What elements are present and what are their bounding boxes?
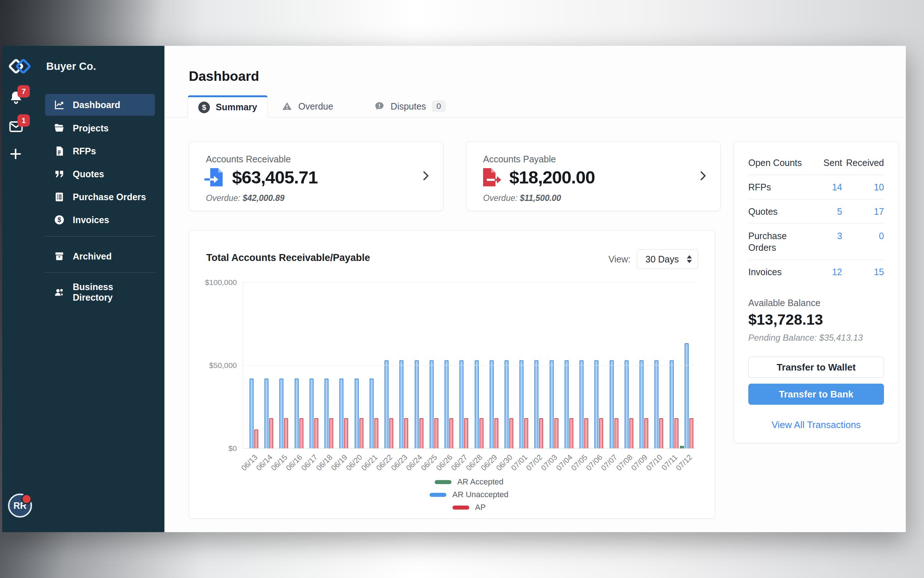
bar-group: 06/20 xyxy=(350,283,363,448)
x-axis-tick-label: 06/22 xyxy=(374,453,394,472)
dollar-circle-icon: $ xyxy=(54,214,65,225)
chevron-right-icon[interactable] xyxy=(696,169,709,182)
tab-label: Overdue xyxy=(298,101,333,112)
bar-ar-unaccepted xyxy=(340,378,343,448)
quotes-icon xyxy=(54,169,65,179)
notification-count-badge: 7 xyxy=(18,85,30,97)
bar-ap xyxy=(374,418,378,448)
bar-ap xyxy=(449,418,453,448)
sidebar-item-purchase-orders[interactable]: Purchase Orders xyxy=(45,187,155,207)
bar-group: 07/02 xyxy=(530,283,543,448)
bar-ar-unaccepted xyxy=(594,360,599,448)
messages-mail-icon[interactable]: 1 xyxy=(8,119,24,135)
available-balance-amount: $13,728.13 xyxy=(748,311,884,328)
sidebar-item-business-directory[interactable]: Business Directory xyxy=(45,282,155,302)
sidebar-item-quotes[interactable]: Quotes xyxy=(45,164,155,184)
bar-ar-unaccepted xyxy=(639,360,644,448)
bar-ar-unaccepted xyxy=(370,378,374,448)
bar-group: 07/09 xyxy=(635,283,648,448)
list-icon xyxy=(54,192,65,202)
bar-ar-unaccepted xyxy=(430,360,434,448)
invoices-received-link[interactable]: 15 xyxy=(842,266,884,278)
rfps-sent-link[interactable]: 14 xyxy=(813,181,842,193)
bar-ar-unaccepted xyxy=(519,360,523,448)
bar-ap xyxy=(524,418,528,448)
tab-overdue[interactable]: Overdue xyxy=(271,95,343,117)
bar-ar-unaccepted xyxy=(490,360,494,448)
x-axis-tick-label: 06/15 xyxy=(270,453,289,472)
x-axis-tick-label: 06/20 xyxy=(345,453,364,472)
rfps-received-link[interactable]: 10 xyxy=(842,181,884,193)
summary-dollar-icon: $ xyxy=(198,102,210,113)
line-chart-icon xyxy=(54,99,65,110)
pending-balance: Pending Balance: $35,413.13 xyxy=(748,333,884,343)
dispute-bubble-icon xyxy=(374,101,385,112)
bar-ap xyxy=(389,418,393,448)
bar-group: 07/01 xyxy=(515,283,528,448)
sidebar-item-archived[interactable]: Archived xyxy=(45,246,155,266)
bar-group: 06/19 xyxy=(335,283,348,448)
view-range-select[interactable]: 30 Days xyxy=(637,249,698,269)
tab-summary[interactable]: $ Summary xyxy=(188,95,268,118)
chart-gridline xyxy=(243,365,696,365)
x-axis-tick-label: 07/02 xyxy=(524,453,544,472)
bar-ar-unaccepted xyxy=(550,360,553,448)
sidebar-item-rfps[interactable]: RFPs xyxy=(45,141,155,161)
chart-bars: 06/1306/1406/1506/1606/1706/1806/1906/20… xyxy=(243,283,696,448)
notifications-bell-icon[interactable]: 7 xyxy=(8,89,24,106)
main-content: Dashboard $ Summary Overdue xyxy=(164,46,906,532)
bar-group: 07/05 xyxy=(575,283,588,448)
x-axis-tick-label: 07/04 xyxy=(554,453,574,472)
x-axis-tick-label: 07/11 xyxy=(660,453,679,472)
bar-group: 07/12 xyxy=(680,283,693,448)
transfer-to-wallet-button[interactable]: Transfer to Wallet xyxy=(748,357,884,378)
accounts-payable-overdue: Overdue: $11,500.00 xyxy=(483,193,561,203)
legend-swatch xyxy=(430,493,447,497)
purchase-orders-received-link[interactable]: 0 xyxy=(842,230,884,242)
sidebar-item-projects[interactable]: Projects xyxy=(45,118,155,138)
document-icon xyxy=(54,146,65,156)
view-range-value: 30 Days xyxy=(645,254,679,265)
sidebar-item-invoices[interactable]: $ Invoices xyxy=(45,209,155,230)
tab-disputes[interactable]: Disputes 0 xyxy=(364,95,456,117)
tab-label: Summary xyxy=(216,102,257,112)
x-axis-tick-label: 06/16 xyxy=(285,453,304,472)
add-new-plus-icon[interactable]: + xyxy=(10,143,22,164)
user-avatar[interactable]: RR xyxy=(8,494,32,518)
bar-ap xyxy=(659,418,663,448)
sidebar-item-label: RFPs xyxy=(73,146,96,156)
sidebar-divider xyxy=(45,236,155,237)
chevron-right-icon[interactable] xyxy=(419,169,432,182)
accounts-receivable-amount: $63,405.71 xyxy=(232,167,317,187)
transfer-to-bank-button[interactable]: Transfer to Bank xyxy=(748,384,884,405)
bar-group: 07/04 xyxy=(560,283,573,448)
bar-ap xyxy=(419,418,424,448)
x-axis-tick-label: 07/01 xyxy=(509,453,529,472)
bar-group: 06/22 xyxy=(380,283,393,448)
open-counts-panel: Open Counts Sent Received RFPs 14 10 Quo… xyxy=(733,141,899,443)
bar-ar-unaccepted xyxy=(309,378,314,448)
legend-label: AR Unaccepted xyxy=(452,490,508,499)
bar-ar-unaccepted xyxy=(355,378,359,448)
quotes-received-link[interactable]: 17 xyxy=(842,206,884,217)
x-axis-tick-label: 07/12 xyxy=(675,453,694,472)
bar-ap xyxy=(359,418,363,448)
bar-group: 06/18 xyxy=(320,283,333,448)
sidebar-item-label: Business Directory xyxy=(73,282,155,303)
bar-ap xyxy=(284,418,288,448)
invoices-sent-link[interactable]: 12 xyxy=(813,266,842,278)
purchase-orders-sent-link[interactable]: 3 xyxy=(813,230,842,242)
view-all-transactions-link[interactable]: View All Transactions xyxy=(748,419,884,430)
bar-ar-accepted xyxy=(680,446,684,448)
bar-ap xyxy=(629,418,633,448)
sidebar-item-dashboard[interactable]: Dashboard xyxy=(45,94,155,116)
sidebar-item-label: Archived xyxy=(73,251,112,262)
quotes-sent-link[interactable]: 5 xyxy=(813,206,842,217)
x-axis-tick-label: 07/06 xyxy=(584,453,604,472)
bar-ar-unaccepted xyxy=(264,378,269,448)
bar-ar-unaccepted xyxy=(295,378,299,448)
bar-ap xyxy=(269,418,273,448)
bar-group: 06/28 xyxy=(470,283,484,448)
bar-ap xyxy=(464,418,468,448)
app-window: Buyer Co. 7 1 + RR xyxy=(2,46,906,532)
